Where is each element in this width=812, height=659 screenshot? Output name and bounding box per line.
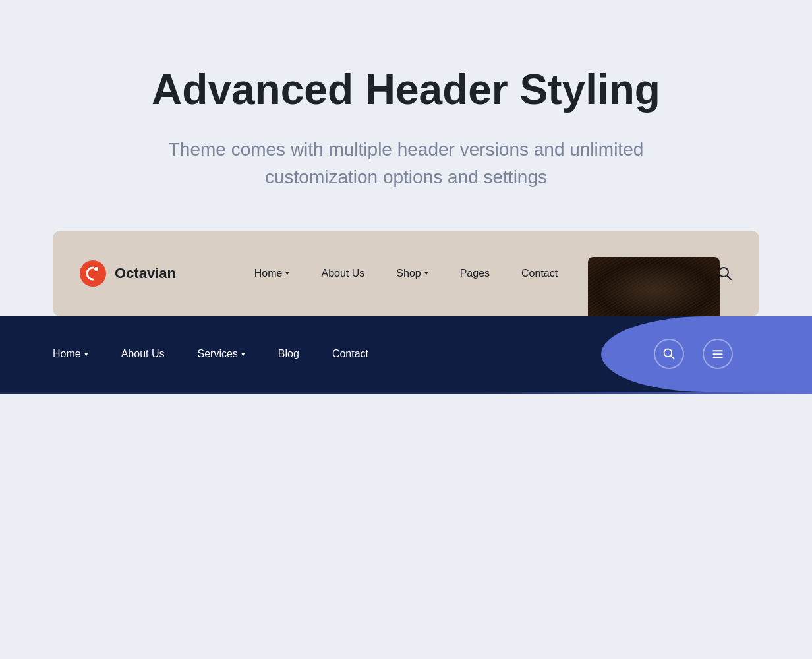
nav1-item-about[interactable]: About Us bbox=[321, 268, 364, 279]
hero-image-decoration bbox=[588, 257, 720, 316]
header1-nav: Home ▾ About Us Shop ▾ Pages Contact bbox=[254, 268, 558, 279]
chevron-down-icon: ▾ bbox=[241, 350, 245, 358]
logo-icon bbox=[79, 260, 107, 287]
page-title: Advanced Header Styling bbox=[53, 66, 759, 115]
nav2-item-home[interactable]: Home ▾ bbox=[53, 348, 88, 360]
svg-rect-8 bbox=[713, 357, 723, 358]
nav1-item-home[interactable]: Home ▾ bbox=[254, 268, 290, 279]
nav2-item-services[interactable]: Services ▾ bbox=[198, 348, 245, 360]
search-button-2[interactable] bbox=[654, 339, 684, 369]
nav1-item-shop[interactable]: Shop ▾ bbox=[396, 268, 428, 279]
header2-accent-inner bbox=[654, 339, 759, 369]
menu-icon bbox=[711, 347, 724, 360]
hero-subtitle: Theme comes with multiple header version… bbox=[119, 136, 693, 191]
nav2-item-about[interactable]: About Us bbox=[121, 348, 165, 360]
header2-accent bbox=[601, 316, 812, 392]
logo-area[interactable]: Octavian bbox=[79, 260, 176, 287]
svg-point-1 bbox=[94, 267, 98, 271]
svg-rect-7 bbox=[713, 353, 723, 355]
hero-section: Advanced Header Styling Theme comes with… bbox=[0, 0, 812, 231]
header2-bottom-line bbox=[0, 392, 812, 394]
header-preview-2-wrapper: Home ▾ About Us Services ▾ Blog Contact bbox=[0, 316, 812, 394]
nav2-item-blog[interactable]: Blog bbox=[278, 348, 299, 360]
menu-button[interactable] bbox=[703, 339, 733, 369]
logo-text: Octavian bbox=[115, 265, 176, 282]
nav1-item-pages[interactable]: Pages bbox=[460, 268, 490, 279]
header-preview-2: Home ▾ About Us Services ▾ Blog Contact bbox=[0, 316, 812, 392]
chevron-down-icon: ▾ bbox=[285, 269, 289, 277]
nav2-item-contact[interactable]: Contact bbox=[332, 348, 368, 360]
chevron-down-icon: ▾ bbox=[84, 350, 88, 358]
search-icon bbox=[662, 347, 676, 360]
svg-rect-6 bbox=[713, 350, 723, 351]
header2-nav: Home ▾ About Us Services ▾ Blog Contact bbox=[53, 348, 368, 360]
header-preview-1: Octavian Home ▾ About Us Shop ▾ Pages Co… bbox=[53, 231, 759, 316]
chevron-down-icon: ▾ bbox=[424, 269, 428, 277]
nav1-item-contact[interactable]: Contact bbox=[521, 268, 558, 279]
